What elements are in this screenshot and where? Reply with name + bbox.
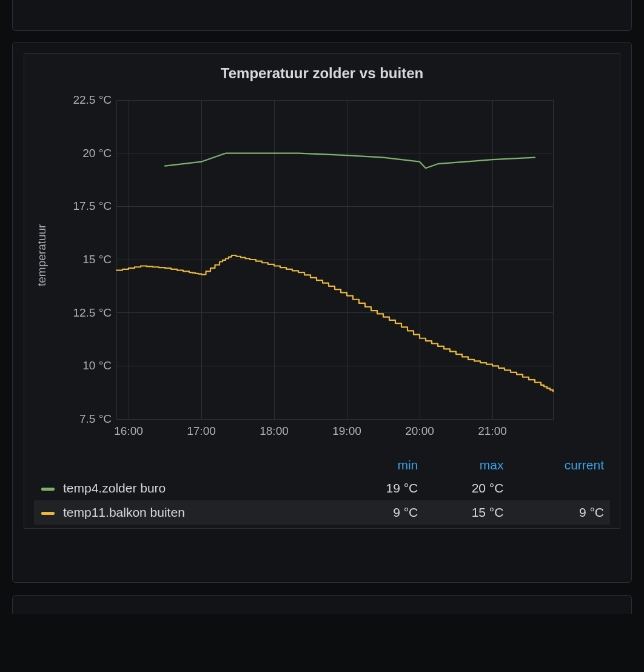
legend-header-current[interactable]: current (509, 454, 610, 476)
x-tick-label: 17:00 (187, 425, 216, 437)
y-tick-label: 7.5 °C (79, 412, 112, 425)
legend-series-name[interactable]: temp4.zolder buro (34, 476, 338, 500)
x-tick-label: 19:00 (332, 425, 361, 437)
legend-min-value: 9 °C (338, 500, 424, 525)
x-tick-label: 20:00 (405, 425, 434, 437)
y-tick-label: 17.5 °C (73, 200, 112, 212)
panel-title[interactable]: Temperatuur zolder vs buiten (34, 65, 610, 82)
y-tick-label: 22.5 °C (73, 93, 112, 106)
legend-header-min[interactable]: min (338, 454, 424, 476)
series-line[interactable] (116, 255, 553, 391)
legend-row[interactable]: temp11.balkon buiten9 °C15 °C9 °C (34, 500, 610, 525)
legend-header-max[interactable]: max (424, 454, 509, 476)
series-line[interactable] (165, 153, 535, 169)
y-tick-label: 12.5 °C (73, 306, 112, 319)
legend-row[interactable]: temp4.zolder buro19 °C20 °C (34, 476, 610, 500)
legend-max-value: 15 °C (424, 500, 509, 525)
chart-area: temperatuur 7.5 °C10 °C12.5 °C15 °C17.5 … (34, 92, 610, 443)
y-tick-label: 20 °C (82, 147, 112, 160)
y-axis-title: temperatuur (34, 92, 50, 419)
line-chart[interactable]: 7.5 °C10 °C12.5 °C15 °C17.5 °C20 °C22.5 … (50, 92, 559, 443)
y-tick-label: 15 °C (82, 253, 112, 266)
x-tick-label: 18:00 (260, 425, 289, 437)
legend-swatch (41, 488, 55, 491)
x-tick-label: 16:00 (114, 425, 143, 437)
chart-svg-holder[interactable]: 7.5 °C10 °C12.5 °C15 °C17.5 °C20 °C22.5 … (50, 92, 610, 443)
legend-series-name[interactable]: temp11.balkon buiten (34, 500, 338, 525)
dashboard-page: Temperatuur zolder vs buiten temperatuur… (0, 0, 644, 614)
legend-max-value: 20 °C (424, 476, 509, 500)
panel-fragment-above (12, 0, 632, 31)
panel-fragment-below (12, 595, 632, 614)
y-tick-label: 10 °C (82, 359, 112, 372)
legend-header-row: min max current (34, 454, 610, 476)
legend-table: min max current temp4.zolder buro19 °C20… (34, 454, 610, 525)
legend-swatch (41, 512, 55, 515)
legend-current-value (509, 476, 610, 500)
chart-panel: Temperatuur zolder vs buiten temperatuur… (12, 42, 632, 583)
legend-current-value: 9 °C (509, 500, 610, 525)
chart-panel-inner: Temperatuur zolder vs buiten temperatuur… (24, 53, 620, 529)
x-tick-label: 21:00 (478, 425, 507, 437)
legend-min-value: 19 °C (338, 476, 424, 500)
